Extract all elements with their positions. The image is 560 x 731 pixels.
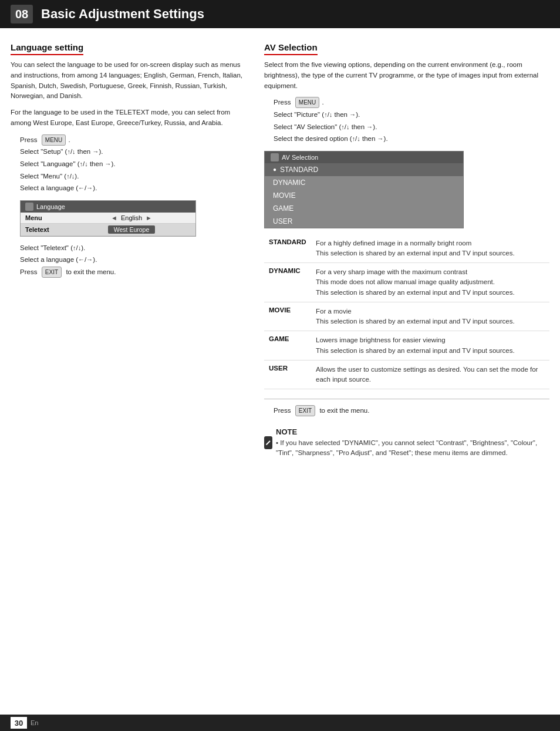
language-steps-2: Select "Teletext" (↑/↓). Select a langua… (20, 242, 245, 278)
teletext-value-pill: West Europe (108, 225, 156, 234)
page-header: 08 Basic Adjustment Settings (0, 0, 560, 28)
av-step-2: Select "Picture" (↑/↓ then →). (274, 109, 549, 121)
av-description-table: STANDARD For a highly defined image in a… (264, 234, 549, 390)
menu-row-teletext: Teletext West Europe (21, 224, 195, 236)
note-section: NOTE • If you have selected "DYNAMIC", y… (264, 425, 549, 459)
note-icon-box (264, 436, 272, 449)
table-row-dynamic: DYNAMIC For a very sharp image with the … (264, 263, 549, 302)
step-1: Press MENU . (20, 134, 245, 146)
table-row-user: USER Allows the user to customize settin… (264, 360, 549, 389)
menu-row-teletext-label: Teletext (25, 226, 72, 233)
step-6-text: Select "Teletext" (↑/↓). (20, 242, 85, 254)
table-cell-game-mode: GAME (264, 331, 311, 361)
table-row-movie: MOVIE For a movieThis selection is share… (264, 302, 549, 331)
table-cell-game-desc: Lowers image brightness for easier viewi… (311, 331, 549, 361)
step-8: Press EXIT to exit the menu. (20, 267, 245, 278)
chapter-number: 08 (11, 5, 33, 23)
table-cell-movie-mode: MOVIE (264, 302, 311, 331)
menu-row-menu: Menu ◄ English ► (21, 213, 195, 224)
step-7: Select a language (←/→). (20, 254, 245, 266)
av-item-dynamic-label: DYNAMIC (273, 178, 305, 187)
av-intro-text: Select from the five viewing options, de… (264, 60, 549, 91)
table-cell-standard-mode: STANDARD (264, 234, 311, 263)
step-7-text: Select a language (←/→). (20, 254, 97, 266)
table-cell-user-mode: USER (264, 360, 311, 389)
av-item-user: USER (265, 215, 463, 228)
av-step-3-text: Select "AV Selection" (↑/↓ then →). (274, 122, 377, 133)
page-number: 30 (11, 717, 27, 729)
av-step-3: Select "AV Selection" (↑/↓ then →). (274, 122, 549, 133)
av-menu-title-icon (271, 153, 279, 161)
arrow-right-icon: ► (146, 214, 152, 221)
note-text: • If you have selected "DYNAMIC", you ca… (276, 438, 549, 459)
bullet-standard: ● (273, 166, 276, 173)
exit-button-left: EXIT (42, 267, 62, 278)
step-5: Select a language (←/→). (20, 183, 245, 194)
av-menu-title: AV Selection (282, 154, 318, 161)
step-4: Select "Menu" (↑/↓). (20, 171, 245, 183)
language-menu-mockup: Language Menu ◄ English ► Teletext West … (20, 200, 196, 237)
av-exit-step: Press EXIT to exit the menu. (274, 405, 549, 417)
av-menu-title-bar: AV Selection (265, 151, 463, 163)
av-steps: Press MENU . Select "Picture" (↑/↓ then … (274, 97, 549, 144)
av-menu-button: MENU (295, 97, 319, 108)
menu-row-teletext-tag: West Europe (72, 225, 191, 234)
av-section-heading: AV Selection (264, 42, 318, 55)
av-exit-step-text: Press EXIT to exit the menu. (274, 405, 369, 417)
step-4-text: Select "Menu" (↑/↓). (20, 171, 79, 183)
note-pencil-icon (264, 439, 272, 447)
av-step-4: Select the desired option (↑/↓ then →). (274, 133, 549, 145)
av-step-1: Press MENU . (274, 97, 549, 109)
av-exit-step-line: Press EXIT to exit the menu. (274, 405, 549, 417)
av-step-4-text: Select the desired option (↑/↓ then →). (274, 133, 388, 145)
av-item-game-label: GAME (273, 204, 294, 213)
table-divider (264, 399, 549, 399)
table-row-game: GAME Lowers image brightness for easier … (264, 331, 549, 361)
language-menu-title-bar: Language (21, 201, 195, 213)
step-1-text: Press MENU . (20, 134, 70, 146)
language-section-heading: Language setting (11, 42, 83, 55)
av-item-game: GAME (265, 202, 463, 215)
menu-row-menu-label: Menu (25, 214, 72, 221)
table-cell-standard-desc: For a highly defined image in a normally… (311, 234, 549, 263)
right-column: AV Selection Select from the five viewin… (264, 42, 549, 458)
av-step-2-text: Select "Picture" (↑/↓ then →). (274, 109, 360, 121)
av-item-standard-label: STANDARD (280, 166, 318, 174)
av-item-dynamic: DYNAMIC (265, 176, 463, 189)
step-5-text: Select a language (←/→). (20, 183, 97, 194)
note-heading: NOTE (276, 427, 549, 436)
step-8-text: Press EXIT to exit the menu. (20, 267, 116, 278)
av-step-1-text: Press MENU . (274, 97, 324, 109)
footer-lang: En (31, 719, 38, 726)
menu-row-menu-value: ◄ English ► (72, 214, 191, 221)
exit-button-right: EXIT (295, 405, 315, 416)
menu-title-icon (25, 203, 33, 211)
step-2: Select "Setup" (↑/↓ then →). (20, 146, 245, 158)
step-3-text: Select "Language" (↑/↓ then →). (20, 159, 116, 170)
arrow-left-icon: ◄ (111, 214, 117, 221)
language-intro-text: You can select the language to be used f… (11, 60, 245, 102)
table-cell-dynamic-desc: For a very sharp image with the maximum … (311, 263, 549, 302)
av-item-movie: MOVIE (265, 189, 463, 202)
table-cell-user-desc: Allows the user to customize settings as… (311, 360, 549, 389)
step-2-text: Select "Setup" (↑/↓ then →). (20, 146, 103, 158)
table-cell-dynamic-mode: DYNAMIC (264, 263, 311, 302)
chapter-title: Basic Adjustment Settings (41, 6, 204, 22)
language-steps: Press MENU . Select "Setup" (↑/↓ then →)… (20, 134, 245, 194)
page-footer: 30 En (0, 715, 560, 731)
step-3: Select "Language" (↑/↓ then →). (20, 159, 245, 170)
teletext-intro-text: For the language to be used in the TELET… (11, 107, 245, 129)
note-content: NOTE • If you have selected "DYNAMIC", y… (276, 427, 549, 459)
table-cell-movie-desc: For a movieThis selection is shared by a… (311, 302, 549, 331)
av-menu-mockup: AV Selection ● STANDARD DYNAMIC MOVIE GA… (264, 151, 464, 228)
table-row-standard: STANDARD For a highly defined image in a… (264, 234, 549, 263)
av-item-standard: ● STANDARD (265, 163, 463, 176)
menu-language-value: English (121, 214, 142, 221)
left-column: Language setting You can select the lang… (11, 42, 245, 458)
av-item-movie-label: MOVIE (273, 191, 296, 200)
menu-button: MENU (42, 134, 66, 146)
step-6: Select "Teletext" (↑/↓). (20, 242, 245, 254)
av-item-user-label: USER (273, 217, 292, 225)
main-content: Language setting You can select the lang… (0, 28, 560, 469)
language-menu-title: Language (36, 203, 65, 210)
